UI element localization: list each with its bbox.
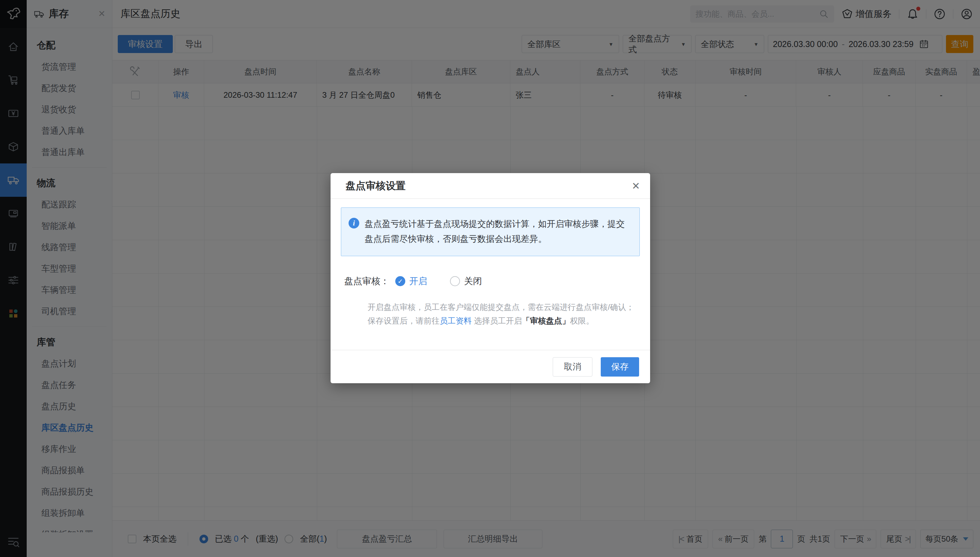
radio-on-label[interactable]: 开启 xyxy=(409,275,427,287)
modal-title: 盘点审核设置 xyxy=(345,179,632,193)
radio-off[interactable] xyxy=(450,276,460,286)
setting-description: 开启盘点审核，员工在客户端仅能提交盘点，需在云端进行盘点审核/确认； 保存设置后… xyxy=(368,300,638,327)
permission-name: 「审核盘点」 xyxy=(522,316,570,325)
close-icon[interactable]: ✕ xyxy=(632,180,640,192)
employee-profile-link[interactable]: 员工资料 xyxy=(440,316,472,325)
field-label: 盘点审核： xyxy=(344,275,389,287)
modal-header: 盘点审核设置 ✕ xyxy=(330,173,650,199)
modal-footer: 取消 保存 xyxy=(330,350,650,383)
audit-settings-modal: 盘点审核设置 ✕ i 盘点盈亏统计基于盘点现场提交的数据计算，如开启审核步骤，提… xyxy=(330,173,650,383)
radio-off-label[interactable]: 关闭 xyxy=(464,275,482,287)
info-alert: i 盘点盈亏统计基于盘点现场提交的数据计算，如开启审核步骤，提交盘点后需尽快审核… xyxy=(341,207,640,256)
audit-toggle-field: 盘点审核： ✓ 开启 关闭 xyxy=(344,275,482,287)
cancel-button[interactable]: 取消 xyxy=(553,357,593,376)
radio-on[interactable]: ✓ xyxy=(395,276,405,286)
alert-text: 盘点盈亏统计基于盘点现场提交的数据计算，如开启审核步骤，提交盘点后需尽快审核，否… xyxy=(365,217,632,247)
save-button[interactable]: 保存 xyxy=(601,357,639,376)
info-icon: i xyxy=(348,218,359,228)
